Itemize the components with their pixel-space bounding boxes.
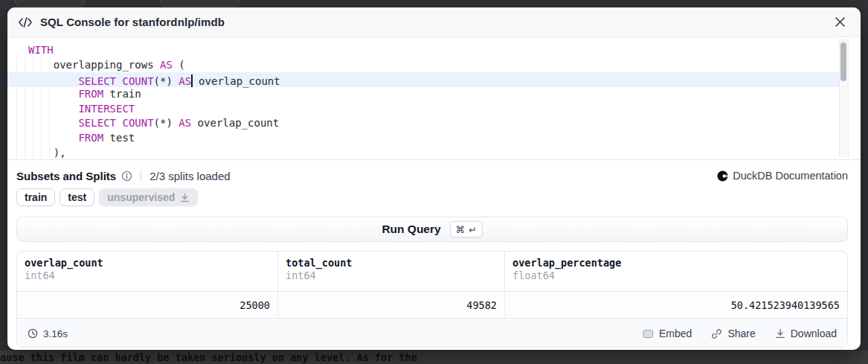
enter-key-icon: ↵ bbox=[469, 224, 476, 235]
download-icon bbox=[180, 193, 190, 202]
column-name: overlap_percentage bbox=[512, 257, 840, 269]
code-line[interactable]: SELECT COUNT(*) AS overlap_count bbox=[7, 116, 839, 131]
table-cell: 49582 bbox=[278, 292, 505, 318]
split-pill-label: test bbox=[68, 191, 86, 203]
close-button[interactable] bbox=[831, 13, 849, 31]
code-line[interactable]: WITH bbox=[7, 43, 839, 58]
sql-console-modal: SQL Console for stanfordnlp/imdb WITH ov… bbox=[7, 7, 861, 350]
split-pill-train[interactable]: train bbox=[16, 188, 55, 206]
splits-pills: train test unsupervised bbox=[16, 188, 848, 206]
code-line[interactable]: overlapping_rows AS ( bbox=[7, 58, 839, 73]
code-line[interactable]: ), bbox=[7, 146, 839, 160]
share-button[interactable]: Share bbox=[711, 328, 755, 339]
text-cursor bbox=[191, 74, 193, 87]
code-line[interactable]: FROM test bbox=[7, 131, 839, 146]
results-header-row: overlap_count int64 total_count int64 ov… bbox=[17, 252, 847, 292]
dimmed-background-row: ause this film can hardly be taken serio… bbox=[0, 351, 868, 364]
code-lines: WITH overlapping_rows AS ( SELECT COUNT(… bbox=[7, 37, 861, 160]
column-type: int64 bbox=[25, 269, 270, 281]
dimmed-background-text: ause this film can hardly be taken serio… bbox=[0, 351, 868, 364]
split-pill-test[interactable]: test bbox=[60, 188, 94, 206]
vertical-divider bbox=[141, 170, 141, 182]
code-line[interactable]: FROM train bbox=[7, 87, 839, 102]
query-duration: 3.16s bbox=[28, 328, 68, 339]
duckdb-documentation-link[interactable]: DuckDB Documentation bbox=[717, 170, 848, 182]
split-pill-label: unsupervised bbox=[107, 191, 175, 203]
table-row: 25000 49582 50.421523940139565 bbox=[17, 292, 847, 319]
column-header: total_count int64 bbox=[278, 252, 505, 291]
column-type: int64 bbox=[286, 269, 497, 281]
column-header: overlap_percentage float64 bbox=[505, 252, 847, 291]
table-cell: 25000 bbox=[17, 292, 278, 318]
download-label: Download bbox=[791, 328, 837, 339]
column-header: overlap_count int64 bbox=[17, 252, 278, 291]
close-icon bbox=[835, 17, 845, 27]
duckdb-documentation-label: DuckDB Documentation bbox=[733, 170, 848, 182]
results-footer: 3.16s Embed Share bbox=[17, 319, 847, 348]
scrollbar-thumb[interactable] bbox=[840, 42, 846, 81]
page-background: ause this film can hardly be taken serio… bbox=[0, 0, 868, 364]
dimmed-background-button bbox=[160, 0, 239, 7]
cmd-key-icon: ⌘ bbox=[456, 224, 466, 235]
column-name: overlap_count bbox=[25, 257, 270, 269]
splits-loaded-status: 2/3 splits loaded bbox=[150, 170, 230, 182]
keyboard-shortcut-badge: ⌘ ↵ bbox=[450, 221, 483, 237]
duckdb-icon bbox=[717, 170, 728, 182]
code-line[interactable]: INTERSECT bbox=[7, 102, 839, 117]
embed-label: Embed bbox=[659, 328, 692, 339]
results-table: overlap_count int64 total_count int64 ov… bbox=[16, 251, 848, 348]
sql-editor[interactable]: WITH overlapping_rows AS ( SELECT COUNT(… bbox=[7, 37, 861, 160]
info-icon[interactable] bbox=[121, 170, 132, 182]
result-actions: Embed Share Download bbox=[643, 328, 837, 339]
table-cell: 50.421523940139565 bbox=[505, 292, 847, 318]
duration-value: 3.16s bbox=[43, 328, 68, 339]
code-icon bbox=[18, 17, 33, 28]
modal-body: Subsets and Splits 2/3 splits loaded bbox=[7, 160, 861, 348]
modal-header: SQL Console for stanfordnlp/imdb bbox=[7, 7, 861, 37]
share-icon bbox=[711, 328, 722, 339]
subsets-row: Subsets and Splits 2/3 splits loaded bbox=[16, 166, 848, 185]
run-query-label: Run Query bbox=[382, 223, 440, 236]
column-type: float64 bbox=[512, 269, 840, 281]
embed-icon bbox=[643, 329, 654, 339]
editor-scrollbar[interactable] bbox=[839, 39, 849, 157]
split-pill-label: train bbox=[25, 191, 47, 203]
dimmed-background-button bbox=[15, 0, 85, 7]
download-button[interactable]: Download bbox=[775, 328, 837, 339]
column-name: total_count bbox=[286, 257, 497, 269]
split-pill-unsupervised[interactable]: unsupervised bbox=[99, 188, 198, 206]
download-icon bbox=[775, 328, 785, 339]
embed-button[interactable]: Embed bbox=[643, 328, 692, 339]
subsets-title: Subsets and Splits bbox=[16, 170, 116, 182]
share-label: Share bbox=[727, 328, 755, 339]
code-line[interactable]: SELECT COUNT(*) AS overlap_count bbox=[7, 72, 839, 87]
modal-title: SQL Console for stanfordnlp/imdb bbox=[40, 16, 225, 28]
clock-icon bbox=[28, 328, 38, 339]
run-query-button[interactable]: Run Query ⌘ ↵ bbox=[16, 217, 848, 242]
